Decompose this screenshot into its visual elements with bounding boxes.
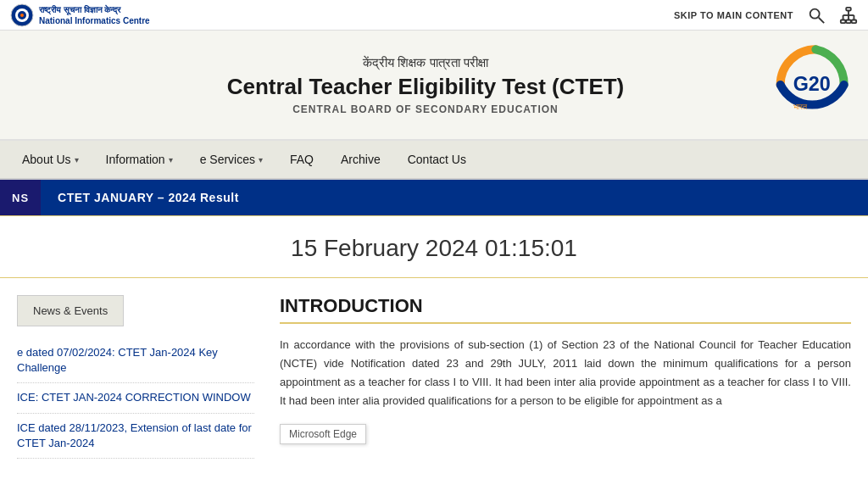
- intro-text: In accordance with the provisions of sub…: [280, 336, 851, 410]
- nic-text: राष्ट्रीय सूचना विज्ञान केन्द्र National…: [39, 4, 150, 26]
- nav-link-information[interactable]: Information ▾: [92, 141, 186, 178]
- svg-line-5: [819, 17, 824, 22]
- news-item-text-1: e dated 07/02/2024: CTET Jan-2024 Key Ch…: [17, 346, 218, 374]
- news-list: e dated 07/02/2024: CTET Jan-2024 Key Ch…: [17, 338, 254, 459]
- news-item-text-3: ICE dated 28/11/2023, Extension of last …: [17, 421, 252, 449]
- intro-body-text: In accordance with the provisions of sub…: [280, 338, 851, 407]
- nav-link-about[interactable]: About Us ▾: [8, 141, 92, 178]
- nav-item-archive[interactable]: Archive: [327, 141, 394, 178]
- news-item-text-2: ICE: CTET JAN-2024 CORRECTION WINDOW: [17, 391, 251, 404]
- nav-label-information: Information: [106, 153, 165, 166]
- sitemap-icon[interactable]: [839, 6, 858, 25]
- ms-edge-tooltip-area: Microsoft Edge: [280, 417, 851, 444]
- list-item[interactable]: e dated 07/02/2024: CTET Jan-2024 Key Ch…: [17, 338, 254, 383]
- nav-item-information[interactable]: Information ▾: [92, 141, 186, 178]
- svg-point-3: [20, 14, 24, 17]
- nav-label-faq: FAQ: [290, 153, 314, 166]
- list-item[interactable]: ICE dated 28/11/2023, Extension of last …: [17, 414, 254, 459]
- header-right: G20 भारत: [749, 42, 851, 127]
- nav-label-eservices: e Services: [200, 153, 255, 166]
- top-bar-right: SKIP TO MAIN CONTENT: [674, 6, 858, 25]
- nic-emblem-icon: [10, 3, 34, 27]
- header-main-title: Central Teacher Eligibility Test (CTET): [102, 74, 749, 100]
- nic-english-name: National Informatics Centre: [39, 15, 150, 26]
- main-content: News & Events e dated 07/02/2024: CTET J…: [0, 278, 868, 459]
- header: केंद्रीय शिक्षक पात्रता परीक्षा Central …: [0, 31, 868, 141]
- top-bar-left: राष्ट्रीय सूचना विज्ञान केन्द्र National…: [10, 3, 150, 27]
- nav-link-eservices[interactable]: e Services ▾: [186, 141, 276, 178]
- datetime-display: 15 February 2024 01:15:01: [291, 235, 577, 261]
- nav-label-contact: Contact Us: [408, 153, 466, 166]
- svg-text:G20: G20: [793, 73, 831, 95]
- skip-to-main-link[interactable]: SKIP TO MAIN CONTENT: [674, 10, 793, 20]
- nav-item-contact[interactable]: Contact Us: [394, 141, 480, 178]
- chevron-down-icon-info: ▾: [169, 155, 173, 164]
- header-center: केंद्रीय शिक्षक पात्रता परीक्षा Central …: [102, 55, 749, 115]
- nav-link-archive[interactable]: Archive: [327, 141, 394, 178]
- svg-rect-8: [846, 20, 851, 23]
- svg-rect-6: [846, 7, 851, 10]
- news-events-tab[interactable]: News & Events: [17, 295, 124, 326]
- nic-hindi-name: राष्ट्रीय सूचना विज्ञान केन्द्र: [39, 4, 150, 15]
- nav-item-eservices[interactable]: e Services ▾: [186, 141, 276, 178]
- nav-item-faq[interactable]: FAQ: [276, 141, 327, 178]
- nic-logo: राष्ट्रीय सूचना विज्ञान केन्द्र National…: [10, 3, 150, 27]
- intro-heading: INTRODUCTION: [280, 295, 851, 324]
- news-ticker-label: NS: [0, 180, 41, 215]
- search-icon[interactable]: [807, 6, 826, 25]
- date-bar: 15 February 2024 01:15:01: [0, 215, 868, 278]
- list-item[interactable]: ICE: CTET JAN-2024 CORRECTION WINDOW: [17, 383, 254, 413]
- nav-label-archive: Archive: [341, 153, 381, 166]
- ms-edge-badge: Microsoft Edge: [280, 424, 366, 444]
- chevron-down-icon: ▾: [75, 155, 79, 164]
- nav-link-contact[interactable]: Contact Us: [394, 141, 480, 178]
- left-panel: News & Events e dated 07/02/2024: CTET J…: [17, 295, 254, 459]
- nav-item-about[interactable]: About Us ▾: [8, 141, 92, 178]
- g20-logo-icon: G20 भारत: [766, 42, 851, 127]
- right-panel: INTRODUCTION In accordance with the prov…: [254, 295, 851, 459]
- chevron-down-icon-eservices: ▾: [259, 155, 263, 164]
- top-bar: राष्ट्रीय सूचना विज्ञान केन्द्र National…: [0, 0, 868, 31]
- navigation: About Us ▾ Information ▾ e Services ▾ FA…: [0, 141, 868, 180]
- ticker-label-text: NS: [12, 192, 29, 204]
- nav-label-about: About Us: [22, 153, 71, 166]
- svg-rect-7: [841, 20, 846, 23]
- svg-text:भारत: भारत: [793, 103, 808, 111]
- svg-point-4: [810, 8, 820, 18]
- news-ticker: NS CTET JANUARY – 2024 Result: [0, 180, 868, 215]
- header-hindi-title: केंद्रीय शिक्षक पात्रता परीक्षा: [102, 55, 749, 70]
- header-subtitle: CENTRAL BOARD OF SECONDARY EDUCATION: [102, 103, 749, 115]
- nav-link-faq[interactable]: FAQ: [276, 141, 327, 178]
- nav-list: About Us ▾ Information ▾ e Services ▾ FA…: [0, 141, 868, 178]
- svg-rect-9: [852, 20, 857, 23]
- ticker-text: CTET JANUARY – 2024 Result: [41, 191, 256, 204]
